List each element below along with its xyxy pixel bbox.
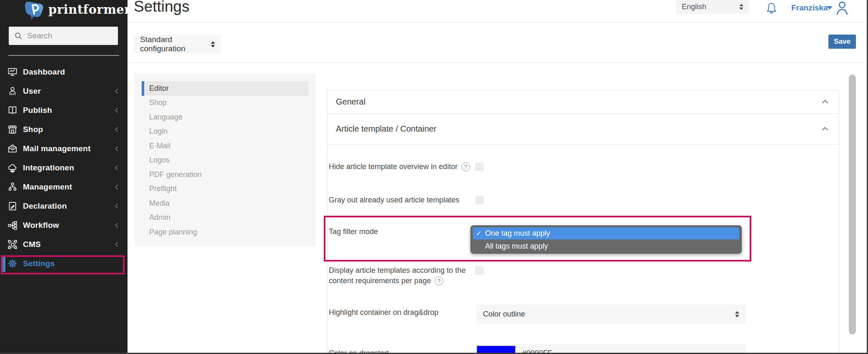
gear-icon [6, 258, 19, 269]
subnav-item-shop[interactable]: Shop [142, 96, 308, 110]
section-title: General [336, 97, 365, 107]
section-general[interactable]: General [328, 90, 839, 114]
dropdown-option-one-tag[interactable]: ✓ One tag must apply [473, 227, 739, 239]
sidebar-item-settings[interactable]: Settings [0, 254, 128, 273]
open-book-icon [6, 105, 19, 116]
tag-filter-label: Tag filter mode [329, 227, 378, 236]
sidebar-item-label: Management [23, 182, 72, 192]
sidebar-search [9, 27, 118, 45]
chevron-left-icon [113, 222, 121, 229]
gray-out-label: Gray out already used article templates [329, 196, 459, 204]
sidebar-item-label: Dashboard [23, 67, 65, 77]
toolbar-divider [128, 62, 868, 63]
svg-text:@: @ [11, 145, 14, 149]
chevron-up-icon [820, 124, 830, 135]
envelope-icon: @ [6, 143, 19, 155]
display-per-page-checkbox[interactable] [475, 267, 483, 274]
sidebar-item-shop[interactable]: Shop [0, 120, 128, 139]
sidebar-item-label: Publish [23, 106, 52, 115]
sidebar-item-management[interactable]: Management [0, 177, 128, 197]
help-icon[interactable]: ? [461, 162, 470, 171]
save-button[interactable]: Save [828, 35, 856, 49]
app-window: printformer Dashboard User [0, 0, 868, 354]
label-line-2: content requirements per page ? [329, 276, 465, 286]
notifications-bell-icon[interactable] [765, 2, 778, 16]
hide-overview-checkbox[interactable] [475, 163, 483, 171]
sidebar-item-publish[interactable]: Publish [0, 101, 128, 120]
option-label: All tags must apply [485, 242, 548, 251]
label-line-1: Display article templates according to t… [329, 265, 465, 276]
sidebar-item-label: Mail management [23, 144, 90, 153]
highlight-container-label: Highlight container on drag&drop [329, 308, 438, 317]
subnav-item-pdf-generation[interactable]: PDF generation [142, 167, 308, 182]
sidebar-item-mail-management[interactable]: @ Mail management [0, 139, 128, 158]
sidebar-item-label: CMS [23, 240, 41, 249]
updown-arrows-icon [735, 311, 739, 317]
cloud-network-icon [6, 162, 19, 174]
page-title: Settings [134, 0, 190, 15]
chevron-left-icon [113, 126, 121, 133]
chevron-up-icon [820, 97, 830, 107]
chevron-left-icon [113, 107, 121, 114]
document-pencil-icon [6, 200, 19, 212]
settings-subnav: Editor Shop Language Login E-Mail Logos … [135, 74, 315, 246]
display-per-page-label: Display article templates according to t… [329, 265, 465, 286]
subnav-item-logos[interactable]: Logos [142, 153, 308, 168]
chevron-left-icon [113, 202, 121, 210]
label-text: Hide article template overview in editor [329, 162, 458, 171]
highlight-container-value: Color outline [483, 310, 525, 319]
subnav-item-email[interactable]: E-Mail [142, 139, 308, 153]
gray-out-checkbox[interactable] [475, 196, 483, 204]
section-article-template[interactable]: Article template / Container [328, 114, 839, 145]
search-input[interactable] [27, 31, 129, 40]
sidebar-item-dashboard[interactable]: Dashboard [0, 62, 128, 82]
language-select[interactable]: English [676, 0, 749, 14]
highlight-container-select[interactable]: Color outline [476, 304, 746, 324]
org-chart-icon [6, 181, 19, 193]
chevron-left-icon [113, 241, 121, 248]
subnav-item-editor[interactable]: Editor [142, 81, 308, 96]
language-select-value: English [682, 2, 706, 11]
chevron-left-icon [113, 183, 121, 191]
logo: printformer [0, 0, 128, 24]
user-icon [6, 85, 19, 97]
subnav-item-admin[interactable]: Admin [142, 211, 308, 225]
storefront-icon [6, 124, 19, 135]
sidebar-item-label: Shop [23, 125, 43, 134]
sidebar-item-declaration[interactable]: Declaration [0, 197, 128, 216]
updown-arrows-icon [739, 4, 743, 10]
selection-box-icon [6, 239, 19, 250]
caret-down-icon [827, 6, 833, 10]
workflow-tree-icon [6, 219, 19, 231]
sidebar-item-label: Workflow [23, 221, 59, 230]
sidebar-item-user[interactable]: User [0, 82, 128, 101]
printformer-logo-icon [23, 1, 45, 20]
sidebar-item-label: Integrationen [23, 163, 74, 172]
help-icon[interactable]: ? [435, 277, 443, 285]
avatar-icon[interactable] [834, 0, 850, 15]
option-label: One tag must apply [485, 229, 550, 238]
sidebar-item-cms[interactable]: CMS [0, 235, 128, 254]
subnav-item-login[interactable]: Login [142, 125, 308, 139]
subnav-item-media[interactable]: Media [142, 196, 308, 211]
search-icon [14, 31, 23, 40]
header-divider [128, 22, 868, 22]
sidebar-item-label: Declaration [23, 202, 67, 211]
subnav-item-page-planning[interactable]: Page planning [142, 225, 308, 239]
subnav-item-preflight[interactable]: Preflight [142, 182, 308, 197]
chevron-left-icon [113, 164, 121, 172]
subnav-item-language[interactable]: Language [142, 110, 308, 125]
sidebar-item-integrationen[interactable]: Integrationen [0, 158, 128, 177]
configuration-select[interactable]: Standard configuration [134, 35, 221, 53]
scrollbar-thumb[interactable] [849, 75, 856, 334]
configuration-select-value: Standard configuration [140, 35, 208, 53]
logo-text: printformer [48, 2, 131, 17]
sidebar-menu: Dashboard User Publish Sho [0, 62, 128, 273]
tag-filter-open-dropdown: ✓ One tag must apply ✓ All tags must app… [470, 225, 742, 254]
sidebar-divider [8, 55, 119, 56]
checkmark-icon: ✓ [476, 229, 482, 237]
sidebar-item-workflow[interactable]: Workflow [0, 216, 128, 235]
section-title: Article template / Container [336, 124, 436, 134]
dropdown-option-all-tags[interactable]: ✓ All tags must apply [473, 240, 739, 252]
username-menu[interactable]: Franziska [791, 3, 828, 12]
